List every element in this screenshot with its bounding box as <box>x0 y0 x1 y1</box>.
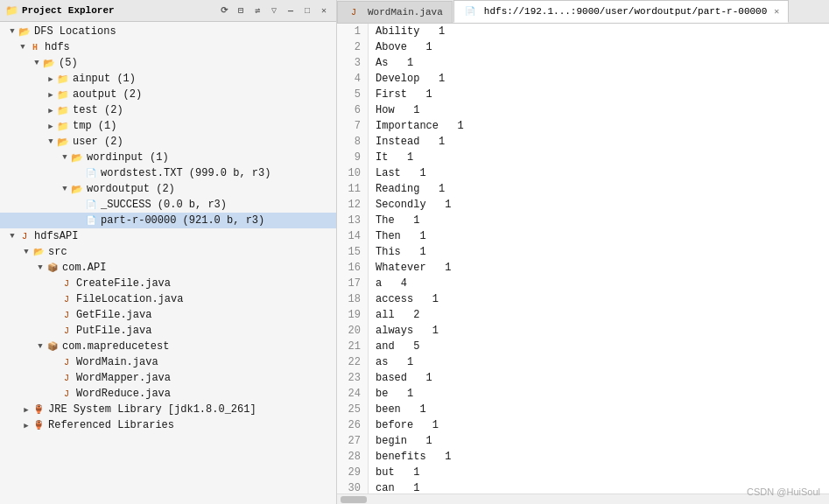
tree-item-hdfsapi[interactable]: ▼ J hdfsAPI <box>0 228 336 244</box>
line-number: 22 <box>337 354 364 370</box>
line-number: 1 <box>337 24 364 39</box>
ref-libs-icon: 🏺 <box>32 418 46 432</box>
tab-hdfs-label: hdfs://192.1...:9000/user/wordoutput/par… <box>484 6 767 17</box>
panel-header-icons: ⟳ ⊟ ⇌ ▽ — □ ✕ <box>217 4 331 18</box>
tree-item-putfile[interactable]: ▶ J PutFile.java <box>0 323 336 339</box>
code-line: This 1 <box>376 244 829 260</box>
jre-icon: 🏺 <box>32 402 46 416</box>
arrow-hdfs: ▼ <box>18 43 28 52</box>
tree-item-ainput[interactable]: ▶ 📁 ainput (1) <box>0 71 336 87</box>
code-lines: Ability 1Above 1As 1Develop 1First 1How … <box>369 24 829 494</box>
tree-item-ref-libs[interactable]: ▶ 🏺 Referenced Libraries <box>0 417 336 433</box>
line-number: 23 <box>337 370 364 386</box>
tab-bar: J WordMain.java 📄 hdfs://192.1...:9000/u… <box>337 0 829 24</box>
tree-item-filelocation[interactable]: ▶ J FileLocation.java <box>0 291 336 307</box>
code-line: access 1 <box>376 291 829 307</box>
tree-item-createfile[interactable]: ▶ J CreateFile.java <box>0 276 336 291</box>
code-line: be 1 <box>376 386 829 402</box>
test-icon: 📁 <box>56 103 70 117</box>
label-tmp: tmp (1) <box>73 120 116 132</box>
tree-item-getfile[interactable]: ▶ J GetFile.java <box>0 307 336 323</box>
tree-item-dfs-locations[interactable]: ▼ 📂 DFS Locations <box>0 24 336 39</box>
tree-item-aoutput[interactable]: ▶ 📁 aoutput (2) <box>0 87 336 102</box>
code-line: Instead 1 <box>376 134 829 150</box>
line-number: 2 <box>337 39 364 55</box>
label-wordstest: wordstest.TXT (999.0 b, r3) <box>101 167 270 179</box>
project-explorer-panel: 📁 Project Explorer ⟳ ⊟ ⇌ ▽ — □ ✕ ▼ 📂 DFS… <box>0 0 337 504</box>
tree-item-jre[interactable]: ▶ 🏺 JRE System Library [jdk1.8.0_261] <box>0 402 336 417</box>
code-line: Whatever 1 <box>376 260 829 276</box>
wordmain-icon: J <box>60 355 74 369</box>
code-line: Above 1 <box>376 39 829 55</box>
watermark: CSDN @HuiSoul <box>747 486 820 497</box>
tab-wordmain[interactable]: J WordMain.java <box>337 1 453 23</box>
tree-item-src[interactable]: ▼ 📂 src <box>0 244 336 260</box>
tree-item-test[interactable]: ▶ 📁 test (2) <box>0 102 336 118</box>
arrow-wordoutput: ▼ <box>60 185 70 193</box>
tree-item-user[interactable]: ▼ 📂 user (2) <box>0 134 336 150</box>
code-line: based 1 <box>376 370 829 386</box>
tree-item-wordreduce[interactable]: ▶ J WordReduce.java <box>0 386 336 402</box>
ainput-icon: 📁 <box>56 72 70 86</box>
user-icon: 📂 <box>56 135 70 149</box>
tab-hdfs-icon: 📄 <box>463 4 477 18</box>
file-tree: ▼ 📂 DFS Locations ▼ H hdfs ▼ 📂 (5) <box>0 22 336 504</box>
line-number: 29 <box>337 465 364 480</box>
tree-item-com-mapreducetest[interactable]: ▼ 📦 com.mapreducetest <box>0 339 336 354</box>
line-number: 21 <box>337 339 364 354</box>
code-line: Secondly 1 <box>376 197 829 213</box>
line-number: 19 <box>337 307 364 323</box>
tab-close-icon[interactable]: ✕ <box>774 6 779 17</box>
label-wordmain: WordMain.java <box>76 356 158 368</box>
close-icon[interactable]: ✕ <box>317 4 331 18</box>
putfile-icon: J <box>60 324 74 338</box>
label-ref-libs: Referenced Libraries <box>48 419 174 431</box>
wordreduce-icon: J <box>60 387 74 401</box>
tree-item-wordoutput[interactable]: ▼ 📂 wordoutput (2) <box>0 181 336 197</box>
menu-icon[interactable]: ▽ <box>267 4 281 18</box>
tree-item-partr[interactable]: ▶ 📄 part-r-00000 (921.0 b, r3) <box>0 213 336 228</box>
hdfsapi-icon: J <box>18 229 32 243</box>
filelocation-icon: J <box>60 292 74 306</box>
folder5-icon: 📂 <box>42 56 56 70</box>
tree-item-wordstest[interactable]: ▶ 📄 wordstest.TXT (999.0 b, r3) <box>0 165 336 181</box>
code-line: Last 1 <box>376 165 829 181</box>
tab-hdfs[interactable]: 📄 hdfs://192.1...:9000/user/wordoutput/p… <box>453 0 789 23</box>
package-api-icon: 📦 <box>46 261 60 275</box>
folder-icon: 📂 <box>18 24 32 38</box>
line-number: 27 <box>337 433 364 449</box>
wordmapper-icon: J <box>60 371 74 385</box>
collapse-icon[interactable]: ⊟ <box>234 4 248 18</box>
arrow-test: ▶ <box>46 106 56 116</box>
tree-item-com-api[interactable]: ▼ 📦 com.API <box>0 260 336 276</box>
code-line: been 1 <box>376 402 829 417</box>
tree-item-success[interactable]: ▶ 📄 _SUCCESS (0.0 b, r3) <box>0 197 336 213</box>
label-com-mapreducetest: com.mapreducetest <box>62 340 169 353</box>
tree-item-wordinput[interactable]: ▼ 📂 wordinput (1) <box>0 150 336 165</box>
label-user: user (2) <box>73 136 123 148</box>
minimize-icon[interactable]: — <box>284 4 298 18</box>
code-line: and 5 <box>376 339 829 354</box>
label-wordinput: wordinput (1) <box>87 151 169 164</box>
code-line: before 1 <box>376 417 829 433</box>
success-icon: 📄 <box>84 198 98 212</box>
editor-content[interactable]: 1234567891011121314151617181920212223242… <box>337 24 829 494</box>
scroll-thumb[interactable] <box>341 496 367 503</box>
arrow-jre: ▶ <box>21 405 32 415</box>
link-icon[interactable]: ⇌ <box>250 4 264 18</box>
line-number: 28 <box>337 449 364 465</box>
tab-wordmain-label: WordMain.java <box>368 7 443 18</box>
tree-item-tmp[interactable]: ▶ 📁 tmp (1) <box>0 118 336 134</box>
tree-item-5[interactable]: ▼ 📂 (5) <box>0 55 336 71</box>
line-number: 9 <box>337 150 364 165</box>
tree-item-wordmapper[interactable]: ▶ J WordMapper.java <box>0 370 336 386</box>
src-icon: 📂 <box>32 245 46 259</box>
partr-icon: 📄 <box>84 214 98 228</box>
code-line: The 1 <box>376 213 829 228</box>
label-wordmapper: WordMapper.java <box>76 372 171 384</box>
panel-header-left: 📁 Project Explorer <box>5 4 115 18</box>
tree-item-hdfs[interactable]: ▼ H hdfs <box>0 39 336 55</box>
maximize-icon[interactable]: □ <box>300 4 314 18</box>
sync-icon[interactable]: ⟳ <box>217 4 231 18</box>
tree-item-wordmain[interactable]: ▶ J WordMain.java <box>0 354 336 370</box>
